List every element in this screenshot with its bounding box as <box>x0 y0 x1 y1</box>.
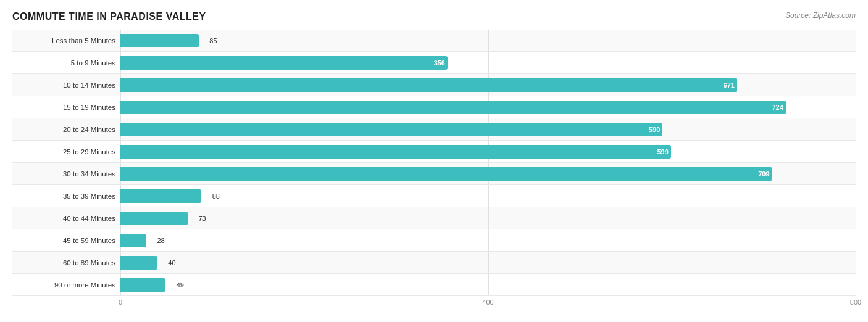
bar-value: 590 <box>649 126 660 133</box>
bar-track: 85 <box>120 30 856 51</box>
x-axis-tick: 0 <box>119 299 122 306</box>
bar-label: 45 to 59 Minutes <box>12 237 120 244</box>
bar-track: 40 <box>120 252 856 273</box>
bar-label: 40 to 44 Minutes <box>12 215 120 222</box>
grid-line <box>856 185 856 207</box>
bar-label: Less than 5 Minutes <box>12 37 120 44</box>
grid-line <box>856 74 856 96</box>
bar-row: 15 to 19 Minutes724 <box>12 96 856 118</box>
bar-track: 28 <box>120 229 856 251</box>
grid-line <box>856 30 856 51</box>
bar-row: 25 to 29 Minutes599 <box>12 141 856 163</box>
grid-line <box>856 52 856 73</box>
grid-line <box>856 274 856 295</box>
bar-label: 30 to 34 Minutes <box>12 170 120 178</box>
bar-row: 40 to 44 Minutes73 <box>12 207 856 229</box>
chart-header: COMMUTE TIME IN PARADISE VALLEY Source: … <box>12 11 856 22</box>
grid-line <box>488 252 489 273</box>
bar-fill: 73 <box>120 212 188 225</box>
grid-line <box>488 229 489 251</box>
x-axis-tick: 800 <box>850 299 861 306</box>
bar-track: 671 <box>120 74 856 96</box>
bar-track: 599 <box>120 141 856 162</box>
grid-line <box>488 274 489 295</box>
bar-fill: 88 <box>120 189 201 203</box>
grid-line <box>856 118 856 140</box>
grid-line <box>856 207 856 229</box>
bar-value: 671 <box>724 81 735 89</box>
bar-row: 35 to 39 Minutes88 <box>12 185 856 207</box>
chart-source: Source: ZipAtlas.com <box>785 11 856 20</box>
bar-track: 709 <box>120 163 856 184</box>
bar-value: 49 <box>177 281 184 289</box>
bar-row: 90 or more Minutes49 <box>12 274 856 296</box>
bar-value: 40 <box>168 259 175 266</box>
bar-row: 45 to 59 Minutes28 <box>12 229 856 252</box>
bar-fill: 40 <box>120 256 157 270</box>
bar-fill: 590 <box>120 123 662 136</box>
bar-fill: 599 <box>120 145 671 159</box>
chart-title: COMMUTE TIME IN PARADISE VALLEY <box>12 11 206 22</box>
bar-row: 20 to 24 Minutes590 <box>12 118 856 141</box>
bar-value: 88 <box>212 192 220 200</box>
bar-fill: 49 <box>120 278 165 292</box>
bar-label: 90 or more Minutes <box>12 281 120 289</box>
bar-track: 49 <box>120 274 856 295</box>
bar-value: 709 <box>758 170 769 178</box>
grid-line <box>488 185 489 207</box>
bar-fill: 28 <box>120 234 146 247</box>
bar-value: 599 <box>657 148 668 155</box>
grid-line <box>856 96 856 118</box>
bar-label: 10 to 14 Minutes <box>12 81 120 89</box>
bar-track: 73 <box>120 207 856 229</box>
bar-track: 590 <box>120 118 856 140</box>
bar-value: 73 <box>198 215 206 222</box>
bar-fill: 671 <box>120 78 737 92</box>
bar-label: 60 to 89 Minutes <box>12 259 120 266</box>
bar-track: 356 <box>120 52 856 73</box>
bar-value: 28 <box>157 237 164 244</box>
x-axis-tick: 400 <box>482 299 493 306</box>
grid-line <box>856 163 856 184</box>
x-axis: 0400800 <box>120 299 856 311</box>
grid-line <box>488 207 489 229</box>
bar-label: 20 to 24 Minutes <box>12 126 120 133</box>
bar-row: 5 to 9 Minutes356 <box>12 52 856 74</box>
bar-row: 60 to 89 Minutes40 <box>12 252 856 274</box>
grid-line <box>856 229 856 251</box>
bar-row: 10 to 14 Minutes671 <box>12 74 856 96</box>
bar-fill: 356 <box>120 56 448 70</box>
bar-label: 5 to 9 Minutes <box>12 59 120 67</box>
bar-label: 35 to 39 Minutes <box>12 192 120 200</box>
bar-row: 30 to 34 Minutes709 <box>12 163 856 185</box>
bar-label: 15 to 19 Minutes <box>12 104 120 111</box>
bar-track: 88 <box>120 185 856 207</box>
bar-fill: 724 <box>120 101 786 114</box>
chart-container: COMMUTE TIME IN PARADISE VALLEY Source: … <box>0 0 868 322</box>
bar-label: 25 to 29 Minutes <box>12 148 120 155</box>
bar-fill: 85 <box>120 34 199 47</box>
grid-line <box>856 141 856 162</box>
bar-fill: 709 <box>120 167 772 181</box>
bar-row: Less than 5 Minutes85 <box>12 30 856 52</box>
grid-line <box>488 30 489 51</box>
grid-line <box>488 52 489 73</box>
grid-line <box>856 252 856 273</box>
bar-value: 85 <box>209 37 217 44</box>
chart-area: Less than 5 Minutes855 to 9 Minutes35610… <box>12 30 856 296</box>
bar-track: 724 <box>120 96 856 118</box>
bar-value: 356 <box>434 59 445 67</box>
bar-value: 724 <box>772 104 783 111</box>
